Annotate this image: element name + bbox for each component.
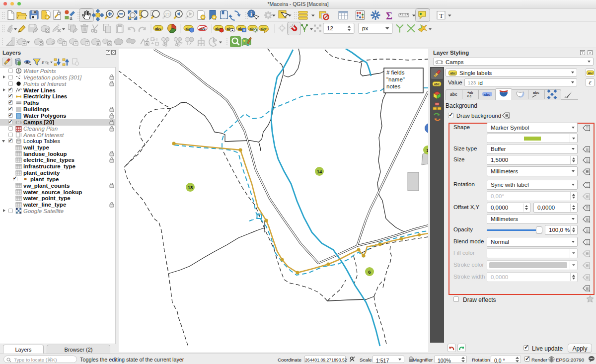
svg-text:abc: abc bbox=[434, 82, 440, 86]
svg-text:ε: ε bbox=[42, 58, 45, 66]
svg-text:Σ: Σ bbox=[386, 10, 392, 21]
svg-text:abc: abc bbox=[588, 72, 594, 74]
svg-text:# fields: # fields bbox=[386, 70, 405, 75]
svg-text:+ab: +ab bbox=[467, 91, 473, 94]
svg-text:18: 18 bbox=[188, 185, 193, 190]
svg-text:< c: < c bbox=[467, 94, 472, 98]
svg-text:abc: abc bbox=[484, 92, 491, 97]
svg-text:1: 1 bbox=[426, 147, 428, 153]
svg-text:abc: abc bbox=[533, 90, 539, 95]
svg-text:12: 12 bbox=[327, 25, 333, 31]
svg-text:1:1: 1:1 bbox=[165, 12, 170, 16]
svg-text:14: 14 bbox=[317, 169, 322, 174]
svg-text:T: T bbox=[440, 12, 444, 19]
svg-text:abc: abc bbox=[450, 92, 457, 97]
svg-text:px: px bbox=[362, 25, 368, 31]
svg-text:"name": "name" bbox=[386, 76, 405, 82]
svg-text:abc: abc bbox=[450, 72, 456, 75]
svg-text:6: 6 bbox=[368, 269, 371, 275]
svg-text:abc: abc bbox=[155, 26, 161, 31]
svg-text:notes: notes bbox=[386, 83, 400, 89]
